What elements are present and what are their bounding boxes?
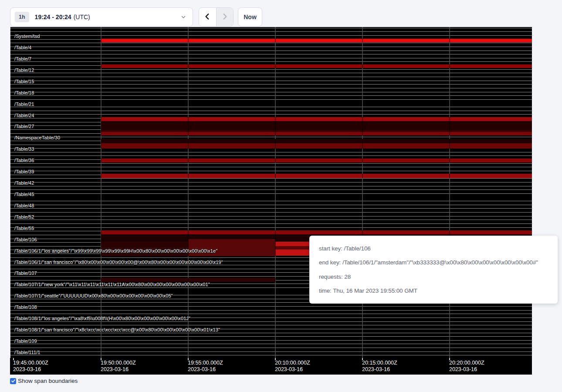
row-label: /Table/107/1/"seattle"/"UUUUUUD\x00\x80\… bbox=[14, 293, 173, 298]
row-label: /Table/106/1/"los angeles"/"\x99\x99\x99… bbox=[14, 248, 217, 253]
axis-tick-date: 2023-03-16 bbox=[101, 366, 129, 372]
axis-tick-time: 20:10:00.000Z bbox=[275, 360, 310, 366]
tooltip-requests: requests: 28 bbox=[319, 274, 548, 280]
row-label: /Table/48 bbox=[14, 203, 34, 208]
column-gridline-overlay bbox=[101, 27, 102, 358]
row-label: /Table/36 bbox=[14, 158, 34, 163]
axis-tick-time: 19:50:00.000Z bbox=[101, 360, 136, 366]
axis-tick-time: 20:15:00.000Z bbox=[362, 360, 397, 366]
now-button[interactable]: Now bbox=[238, 7, 262, 27]
row-label: /Table/106/1/"san francisco"/"\x80\x00\x… bbox=[14, 260, 223, 265]
row-label: /Table/7 bbox=[14, 56, 31, 61]
next-range-button[interactable] bbox=[216, 8, 233, 26]
hot-range-band bbox=[275, 246, 311, 250]
row-label: /Table/108 bbox=[14, 304, 37, 310]
hot-range-band bbox=[101, 159, 532, 162]
row-label: /Table/15 bbox=[14, 79, 34, 84]
row-label: /Table/106 bbox=[14, 237, 37, 242]
axis-tick-date: 2023-03-16 bbox=[188, 366, 216, 372]
time-range-duration-badge: 1h bbox=[15, 12, 29, 22]
axis-tick-date: 2023-03-16 bbox=[362, 366, 390, 372]
hot-range-band bbox=[101, 132, 532, 135]
hot-range-band bbox=[101, 174, 532, 178]
column-gridline-overlay bbox=[275, 27, 276, 358]
span-tooltip: start key: /Table/106 end key: /Table/10… bbox=[309, 236, 558, 304]
time-nav-group bbox=[199, 7, 234, 27]
chevron-right-icon bbox=[221, 13, 229, 22]
hot-range-band bbox=[101, 143, 532, 149]
column-gridline-overlay bbox=[188, 27, 189, 358]
row-label: /Table/39 bbox=[14, 169, 34, 174]
row-label: /Table/108/1/"los angeles"/"\xa8\xf5\u00… bbox=[14, 316, 190, 321]
row-label: /Table/4 bbox=[14, 45, 31, 50]
axis-tick-time: 19:55:00.000Z bbox=[188, 360, 223, 366]
axis-tick-time: 20:20:00.000Z bbox=[449, 360, 484, 366]
time-range-timezone: (UTC) bbox=[74, 14, 90, 20]
hot-range-band bbox=[275, 250, 311, 256]
heatmap-grid[interactable]: /System/tsd/Table/4/Table/7/Table/12/Tab… bbox=[10, 27, 532, 358]
hot-range-band bbox=[188, 239, 275, 256]
hot-range-band bbox=[101, 230, 532, 234]
row-label: /Table/42 bbox=[14, 180, 34, 186]
row-label: /Table/45 bbox=[14, 192, 34, 197]
axis-tick-time: 19:45:00.000Z bbox=[13, 360, 48, 366]
axis-tick-date: 2023-03-16 bbox=[449, 366, 477, 372]
time-axis: 19:45:00.000Z2023-03-1619:50:00.000Z2023… bbox=[10, 358, 532, 375]
show-span-boundaries-control[interactable]: Show span boundaries bbox=[10, 378, 78, 384]
row-label: /Table/107/1/"new york"/"\x11\x11\x11\x1… bbox=[14, 282, 210, 287]
row-label: /Table/108/1/"san francisco"/"\x8c\xcc\x… bbox=[14, 327, 220, 332]
row-label: /NamespaceTable/30 bbox=[14, 135, 60, 140]
column-gridline-overlay bbox=[449, 27, 450, 358]
row-label: /Table/27 bbox=[14, 124, 34, 129]
row-label: /Table/21 bbox=[14, 101, 34, 107]
chevron-left-icon bbox=[203, 13, 211, 22]
tooltip-time: time: Thu, 16 Mar 2023 19:55:00 GMT bbox=[319, 287, 548, 294]
hot-range-band bbox=[101, 64, 532, 68]
hot-range-band bbox=[101, 117, 532, 121]
tooltip-start-key: start key: /Table/106 bbox=[319, 245, 548, 252]
hot-range-band bbox=[275, 242, 311, 246]
time-range-text: 19:24 - 20:24 bbox=[35, 14, 71, 20]
row-label: /System/tsd bbox=[14, 34, 40, 39]
column-gridline-overlay bbox=[362, 27, 363, 358]
chevron-down-icon bbox=[180, 14, 186, 20]
axis-tick-date: 2023-03-16 bbox=[275, 366, 303, 372]
row-label: /Table/55 bbox=[14, 226, 34, 231]
hot-range-band bbox=[101, 139, 532, 143]
row-label: /Table/12 bbox=[14, 68, 34, 73]
key-visualizer-heatmap[interactable]: /System/tsd/Table/4/Table/7/Table/12/Tab… bbox=[10, 27, 532, 375]
row-label: /Table/52 bbox=[14, 214, 34, 220]
hot-range-band bbox=[101, 121, 532, 130]
row-label: /Table/107 bbox=[14, 270, 37, 276]
axis-tick-date: 2023-03-16 bbox=[13, 366, 41, 372]
prev-range-button[interactable] bbox=[199, 8, 216, 26]
row-label: /Table/24 bbox=[14, 113, 34, 118]
row-label: /Table/109 bbox=[14, 338, 37, 344]
tooltip-end-key: end key: /Table/106/1/"amsterdam"/"\xb33… bbox=[319, 259, 548, 266]
row-label: /Table/18 bbox=[14, 90, 34, 95]
row-label: /Table/111/1 bbox=[14, 350, 41, 355]
show-span-boundaries-label: Show span boundaries bbox=[18, 378, 78, 384]
show-span-boundaries-checkbox[interactable] bbox=[10, 378, 16, 384]
time-range-select[interactable]: 1h 19:24 - 20:24 (UTC) bbox=[10, 7, 193, 27]
row-label: /Table/33 bbox=[14, 146, 34, 152]
hot-range-band bbox=[101, 39, 532, 42]
